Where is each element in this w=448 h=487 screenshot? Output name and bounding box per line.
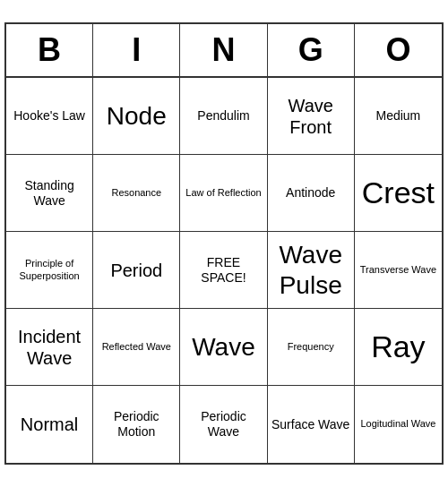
cell-text: Hooke's Law — [13, 108, 85, 124]
bingo-cell: Node — [93, 78, 180, 155]
bingo-cell: Reflected Wave — [93, 309, 180, 386]
cell-text: Periodic Motion — [97, 409, 176, 440]
bingo-cell: FREE SPACE! — [180, 232, 267, 309]
bingo-cell: Wave Pulse — [268, 232, 355, 309]
bingo-cell: Medium — [355, 78, 442, 155]
cell-text: Resonance — [111, 187, 161, 199]
bingo-cell: Wave — [180, 309, 267, 386]
bingo-cell: Crest — [355, 155, 442, 232]
bingo-cell: Pendulim — [180, 78, 267, 155]
cell-text: Reflected Wave — [102, 341, 171, 353]
header-letter: O — [355, 24, 442, 76]
bingo-cell: Law of Reflection — [180, 155, 267, 232]
bingo-grid: Hooke's LawNodePendulimWave FrontMediumS… — [6, 78, 442, 463]
header-letter: B — [6, 24, 93, 76]
bingo-cell: Normal — [6, 386, 93, 463]
bingo-cell: Periodic Motion — [93, 386, 180, 463]
cell-text: Wave Pulse — [271, 240, 350, 300]
bingo-cell: Wave Front — [268, 78, 355, 155]
cell-text: Frequency — [288, 341, 334, 353]
cell-text: Principle of Superposition — [10, 258, 89, 281]
cell-text: FREE SPACE! — [184, 255, 263, 286]
bingo-cell: Hooke's Law — [6, 78, 93, 155]
bingo-card: BINGO Hooke's LawNodePendulimWave FrontM… — [4, 22, 444, 465]
cell-text: Law of Reflection — [185, 187, 261, 199]
cell-text: Periodic Wave — [184, 409, 263, 440]
bingo-cell: Periodic Wave — [180, 386, 267, 463]
cell-text: Surface Wave — [271, 417, 349, 432]
cell-text: Transverse Wave — [360, 264, 436, 276]
cell-text: Ray — [371, 329, 425, 365]
bingo-cell: Ray — [355, 309, 442, 386]
bingo-cell: Surface Wave — [268, 386, 355, 463]
header-letter: I — [93, 24, 180, 76]
bingo-cell: Frequency — [268, 309, 355, 386]
bingo-header: BINGO — [6, 24, 442, 78]
cell-text: Wave — [192, 332, 255, 363]
bingo-cell: Antinode — [268, 155, 355, 232]
cell-text: Node — [107, 101, 167, 132]
header-letter: N — [180, 24, 267, 76]
cell-text: Wave Front — [271, 95, 350, 138]
bingo-cell: Logitudinal Wave — [355, 386, 442, 463]
bingo-cell: Resonance — [93, 155, 180, 232]
header-letter: G — [268, 24, 355, 76]
cell-text: Standing Wave — [10, 178, 89, 209]
bingo-cell: Principle of Superposition — [6, 232, 93, 309]
cell-text: Normal — [21, 414, 78, 435]
cell-text: Logitudinal Wave — [360, 418, 435, 430]
bingo-cell: Incident Wave — [6, 309, 93, 386]
cell-text: Pendulim — [197, 108, 249, 124]
cell-text: Antinode — [286, 185, 335, 201]
bingo-cell: Standing Wave — [6, 155, 93, 232]
cell-text: Crest — [362, 175, 435, 211]
bingo-cell: Transverse Wave — [355, 232, 442, 309]
bingo-cell: Period — [93, 232, 180, 309]
cell-text: Period — [110, 260, 162, 281]
cell-text: Incident Wave — [10, 326, 89, 369]
cell-text: Medium — [375, 108, 420, 124]
